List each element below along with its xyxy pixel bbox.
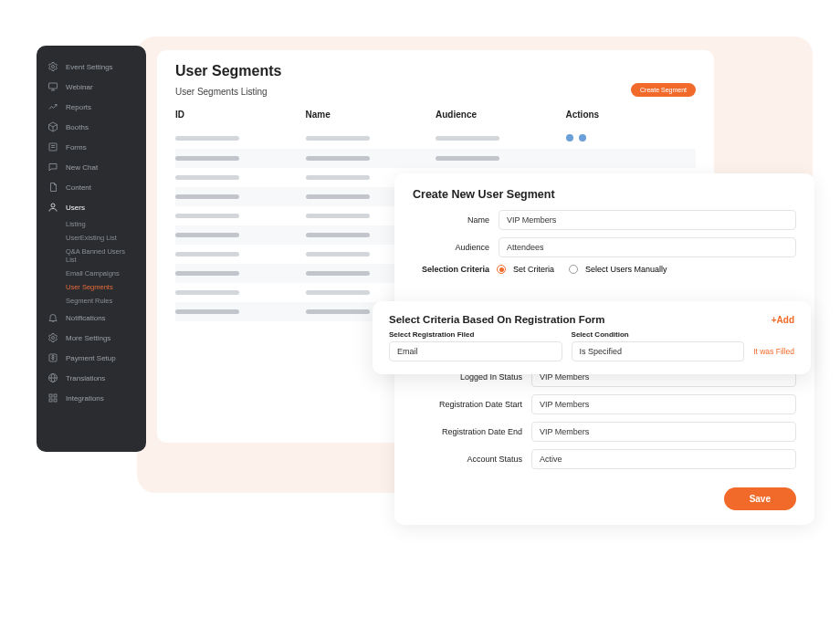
skeleton-placeholder (175, 136, 239, 141)
svg-point-9 (52, 337, 55, 340)
svg-rect-15 (54, 394, 57, 397)
sidebar-item-translations[interactable]: Translations (37, 368, 146, 388)
skeleton-placeholder (306, 136, 370, 141)
sidebar-item-users[interactable]: Users (37, 197, 146, 217)
skeleton-placeholder (306, 271, 370, 276)
col-actions: Actions (566, 110, 697, 120)
activity-field-input[interactable]: VIP Members (531, 422, 796, 442)
sidebar-subitem-user-segments[interactable]: User Segments (37, 280, 146, 294)
col-id: ID (175, 110, 306, 120)
gear-icon (47, 61, 58, 72)
create-segment-button[interactable]: Create Segment (631, 83, 696, 97)
col-audience: Audience (436, 110, 566, 120)
sidebar-item-label: Translations (66, 374, 105, 382)
chart-icon (47, 101, 58, 112)
skeleton-placeholder (175, 156, 239, 161)
sidebar-subitem-email-campaigns[interactable]: Email Campaigns (37, 267, 146, 280)
table-cell (175, 175, 306, 180)
table-row[interactable] (175, 127, 696, 149)
table-cell (175, 194, 306, 199)
globe-icon (47, 372, 58, 383)
table-cell (175, 271, 306, 276)
table-cell (306, 134, 436, 141)
table-cell (175, 290, 306, 295)
svg-rect-14 (49, 394, 52, 397)
sidebar-item-more-settings[interactable]: More Settings (37, 328, 146, 348)
skeleton-placeholder (306, 309, 370, 314)
skeleton-placeholder (306, 252, 370, 256)
sidebar-item-label: Content (66, 183, 91, 192)
sidebar-item-reports[interactable]: Reports (37, 97, 146, 117)
svg-rect-17 (54, 399, 57, 402)
sidebar-item-label: Payment Setup (66, 354, 116, 362)
audience-input[interactable]: Attendees (499, 237, 796, 257)
sidebar-item-label: New Chat (66, 163, 98, 172)
bell-icon (47, 312, 58, 323)
skeleton-placeholder (175, 309, 239, 314)
table-cell (566, 156, 697, 161)
save-button[interactable]: Save (724, 487, 796, 510)
page-subtitle: User Segments Listing (175, 87, 696, 97)
reg-field-select[interactable]: Email (389, 341, 562, 361)
table-cell (436, 134, 566, 141)
sidebar-item-content[interactable]: Content (37, 177, 146, 197)
col-name: Name (306, 110, 436, 120)
reg-condition-select[interactable]: Is Specified (572, 341, 745, 361)
sidebar-subitem-listing[interactable]: Listing (37, 217, 146, 231)
sidebar-item-event-settings[interactable]: Event Settings (37, 57, 146, 77)
sidebar-item-label: Notifications (66, 314, 106, 322)
svg-point-0 (52, 66, 55, 68)
sidebar-item-label: Users (66, 204, 85, 212)
user-icon (47, 202, 58, 213)
radio-select-manually[interactable] (569, 265, 578, 274)
skeleton-placeholder (306, 194, 370, 199)
sidebar-item-webinar[interactable]: Webinar (37, 77, 146, 97)
sidebar-item-label: Webinar (66, 83, 93, 91)
cube-icon (47, 121, 58, 132)
table-cell (175, 233, 306, 237)
selection-criteria-label: Selection Criteria (413, 265, 489, 274)
reg-field-label: Select Registration Filed (389, 330, 562, 339)
skeleton-placeholder (175, 194, 239, 199)
sidebar-item-label: Forms (66, 143, 87, 152)
sidebar: Event SettingsWebinarReportsBoothsFormsN… (37, 46, 146, 452)
sidebar-subitem-q-a-banned-users-list[interactable]: Q&A Banned Users List (37, 245, 146, 267)
radio-set-criteria[interactable] (497, 265, 506, 274)
skeleton-placeholder (306, 175, 370, 180)
sidebar-item-forms[interactable]: Forms (37, 137, 146, 157)
reg-note: It was Filled (753, 347, 794, 361)
activity-field-label: Account Status (413, 455, 522, 464)
skeleton-placeholder (175, 271, 239, 276)
table-cell (175, 156, 306, 161)
sidebar-item-payment-setup[interactable]: Payment Setup (37, 348, 146, 368)
sidebar-item-label: Booths (66, 123, 89, 131)
svg-point-8 (51, 204, 55, 207)
sidebar-item-label: More Settings (66, 334, 110, 342)
svg-rect-1 (49, 83, 58, 89)
sidebar-item-booths[interactable]: Booths (37, 117, 146, 137)
skeleton-placeholder (306, 233, 370, 237)
sidebar-item-label: Integrations (66, 394, 104, 403)
sidebar-item-new-chat[interactable]: New Chat (37, 157, 146, 177)
reg-condition-label: Select Condition (572, 330, 745, 339)
svg-rect-5 (49, 143, 57, 151)
skeleton-placeholder (436, 136, 499, 141)
table-cell (436, 156, 566, 161)
radio-select-manually-label: Select Users Manually (585, 265, 667, 274)
table-cell (175, 252, 306, 256)
sidebar-subitem-userexisting-list[interactable]: UserExisting List (37, 231, 146, 245)
sidebar-item-integrations[interactable]: Integrations (37, 388, 146, 408)
create-panel-title: Create New User Segment (413, 188, 796, 201)
form-icon (47, 141, 58, 152)
add-criteria-button[interactable]: +Add (772, 315, 794, 325)
reg-panel-title: Select Criteria Based On Registration Fo… (389, 314, 604, 325)
table-row[interactable] (175, 149, 696, 168)
activity-field-input[interactable]: Active (531, 449, 796, 469)
activity-field-input[interactable]: VIP Members (531, 394, 796, 414)
sidebar-item-notifications[interactable]: Notifications (37, 308, 146, 328)
sidebar-subitem-segment-rules[interactable]: Segment Rules (37, 294, 146, 308)
radio-set-criteria-label: Set Criteria (513, 265, 554, 274)
action-dots[interactable] (566, 134, 586, 141)
name-input[interactable]: VIP Members (499, 210, 796, 230)
skeleton-placeholder (175, 252, 239, 256)
